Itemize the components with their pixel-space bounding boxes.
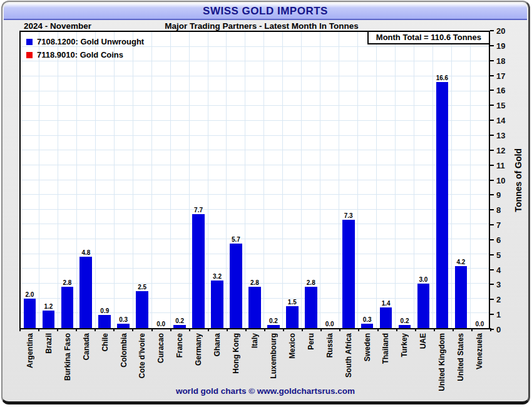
- y-tick-mark: [490, 135, 494, 136]
- y-tick-mark: [490, 224, 494, 225]
- bar-slot-uae: 3.0: [414, 32, 432, 328]
- bar-slot-chile: 0.9: [95, 32, 114, 328]
- y-tick-label: 16: [496, 86, 505, 95]
- x-axis-ticks: [19, 328, 490, 332]
- bar-value-label: 0.0: [156, 321, 165, 327]
- y-tick-mark: [490, 60, 494, 61]
- legend-label: 7118.9010: Gold Coins: [37, 50, 123, 59]
- legend: 7108.1200: Gold Unwrought 7118.9010: Gol…: [26, 35, 144, 61]
- chart-frame: SWISS GOLD IMPORTS 2024 - November Major…: [1, 1, 530, 404]
- x-category-label: Hong Kong: [232, 333, 240, 374]
- bar: [436, 82, 449, 328]
- y-tick-mark: [490, 239, 494, 240]
- bar-slot-colombia: 0.3: [114, 32, 133, 328]
- bar: [136, 291, 148, 328]
- bar: [380, 307, 392, 328]
- x-tick-mark: [490, 328, 491, 331]
- x-tick-mark: [76, 328, 77, 331]
- x-tick-mark: [283, 328, 284, 331]
- y-tick-mark: [490, 180, 494, 181]
- x-category-label: Russia: [326, 333, 334, 358]
- bar-slot-mexico: 1.5: [282, 32, 301, 328]
- x-tick-mark: [396, 328, 397, 331]
- y-tick-mark: [490, 299, 494, 300]
- x-category-label: Argentina: [26, 333, 34, 368]
- bar-value-label: 4.2: [456, 259, 465, 265]
- plot-area: 2.01.22.84.80.90.32.50.00.27.73.25.72.80…: [19, 31, 490, 329]
- x-tick-mark: [245, 328, 247, 331]
- month-total-box: Month Total = 110.6 Tonnes: [367, 32, 489, 44]
- x-tick-mark: [377, 328, 379, 331]
- bar-slot-turkey: 0.2: [395, 32, 414, 328]
- x-category-label: Ghana: [213, 333, 221, 356]
- bar-value-label: 0.2: [175, 317, 184, 324]
- bar-slot-sweden: 0.3: [357, 32, 376, 328]
- bar: [61, 287, 74, 328]
- x-tick-mark: [38, 328, 39, 331]
- x-tick-mark: [453, 328, 454, 331]
- bar-slot-venezuela: 0.0: [470, 32, 489, 328]
- bar-value-label: 0.0: [475, 321, 484, 327]
- x-tick-mark: [264, 328, 265, 331]
- y-tick-mark: [490, 194, 494, 195]
- x-tick-mark: [358, 328, 359, 331]
- bar-value-label: 2.8: [63, 279, 71, 286]
- bar-value-label: 1.2: [44, 303, 53, 310]
- y-tick-mark: [490, 254, 494, 255]
- y-tick-mark: [490, 45, 494, 46]
- x-category-label: France: [176, 333, 183, 358]
- legend-item-unwrought: 7108.1200: Gold Unwrought: [26, 35, 144, 48]
- bar: [455, 266, 468, 328]
- bar-slot-canada: 4.8: [76, 32, 95, 328]
- y-tick-label: 3: [496, 281, 501, 289]
- bar-value-label: 2.8: [307, 279, 315, 286]
- x-tick-mark: [57, 328, 58, 331]
- subtitle-row: 2024 - November Major Trading Partners -…: [20, 21, 503, 31]
- x-tick-mark: [95, 328, 96, 331]
- x-tick-mark: [339, 328, 340, 331]
- y-tick-label: 2: [496, 296, 501, 304]
- y-tick-label: 14: [496, 116, 505, 125]
- bar: [286, 306, 299, 328]
- y-tick-label: 15: [496, 101, 505, 110]
- x-category-label: Thailand: [382, 333, 389, 364]
- x-category-label: Italy: [251, 333, 258, 348]
- y-tick-label: 11: [496, 161, 505, 169]
- y-tick-label: 1: [496, 311, 501, 319]
- bar: [117, 324, 130, 328]
- y-tick-mark: [490, 120, 494, 121]
- bar-value-label: 2.8: [250, 279, 259, 286]
- page-title: SWISS GOLD IMPORTS: [203, 5, 328, 18]
- x-tick-mark: [320, 328, 322, 331]
- bar-slot-ghana: 3.2: [208, 32, 227, 328]
- x-category-label: Peru: [307, 333, 315, 350]
- x-category-label: United Kingdom: [438, 333, 446, 391]
- x-category-label: Venezuela: [476, 333, 483, 369]
- bar: [305, 287, 317, 328]
- footer-credit: world gold charts © www.goldchartsrus.co…: [3, 386, 528, 396]
- y-tick-label: 17: [496, 71, 505, 80]
- x-tick-mark: [227, 328, 228, 331]
- bar-slot-thailand: 1.4: [376, 32, 395, 328]
- bar-slot-united-states: 4.2: [451, 32, 470, 328]
- bar-slot-burkina-faso: 2.8: [58, 32, 76, 328]
- y-tick-label: 12: [496, 146, 505, 154]
- bar-value-label: 1.5: [288, 299, 297, 306]
- x-category-label: Cote d'Ivoire: [138, 333, 146, 378]
- x-category-label: Germany: [195, 333, 202, 366]
- x-tick-mark: [415, 328, 416, 331]
- bar: [98, 315, 111, 328]
- bar-value-label: 3.0: [419, 276, 428, 283]
- bar-value-label: 0.2: [401, 317, 409, 324]
- bar-slot-germany: 7.7: [189, 32, 208, 328]
- x-tick-mark: [208, 328, 209, 331]
- chart-window: SWISS GOLD IMPORTS 2024 - November Major…: [0, 0, 532, 407]
- bar: [248, 287, 261, 328]
- bar-series: 2.01.22.84.80.90.32.50.00.27.73.25.72.80…: [21, 32, 489, 328]
- y-tick-mark: [490, 105, 494, 106]
- bar-value-label: 0.0: [325, 321, 334, 327]
- bar-value-label: 0.2: [269, 317, 278, 324]
- y-tick-label: 4: [496, 265, 501, 274]
- bar-value-label: 7.3: [344, 212, 353, 219]
- x-category-label: Chile: [101, 333, 109, 351]
